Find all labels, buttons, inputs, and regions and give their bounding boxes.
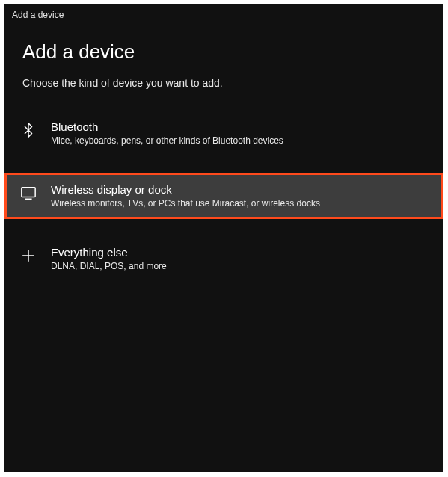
option-title: Wireless display or dock	[51, 183, 320, 196]
option-everything-else[interactable]: Everything else DLNA, DIAL, POS, and mor…	[4, 236, 443, 282]
page-title: Add a device	[22, 40, 425, 64]
page-subtitle: Choose the kind of device you want to ad…	[22, 77, 425, 89]
spacer	[4, 219, 443, 236]
window-content: Add a device Choose the kind of device y…	[4, 25, 443, 472]
option-wireless-display[interactable]: Wireless display or dock Wireless monito…	[4, 173, 443, 219]
display-icon	[18, 185, 39, 206]
option-desc: Wireless monitors, TVs, or PCs that use …	[51, 198, 320, 209]
option-text: Wireless display or dock Wireless monito…	[51, 183, 320, 209]
option-bluetooth[interactable]: Bluetooth Mice, keyboards, pens, or othe…	[4, 110, 443, 156]
option-text: Bluetooth Mice, keyboards, pens, or othe…	[51, 120, 283, 146]
plus-icon	[18, 247, 39, 268]
option-title: Everything else	[51, 246, 167, 259]
option-desc: Mice, keyboards, pens, or other kinds of…	[51, 135, 283, 146]
window-title: Add a device	[12, 10, 64, 20]
option-text: Everything else DLNA, DIAL, POS, and mor…	[51, 246, 167, 271]
bluetooth-icon	[18, 122, 39, 143]
svg-rect-0	[22, 188, 35, 197]
window-titlebar: Add a device	[4, 4, 443, 25]
device-options-list: Bluetooth Mice, keyboards, pens, or othe…	[4, 110, 443, 282]
add-device-window: Add a device Add a device Choose the kin…	[4, 4, 443, 472]
spacer	[4, 156, 443, 173]
option-title: Bluetooth	[51, 120, 283, 133]
option-desc: DLNA, DIAL, POS, and more	[51, 261, 167, 271]
